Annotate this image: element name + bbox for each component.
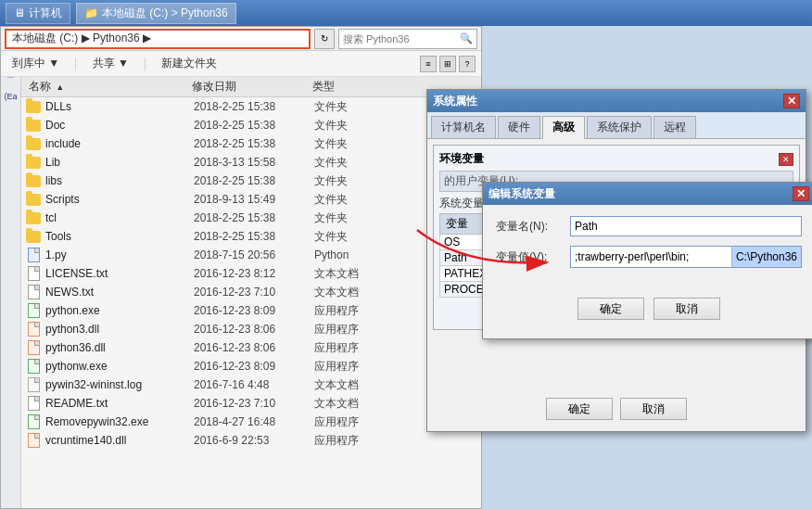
- table-row[interactable]: pythonw.exe 2016-12-23 8:09 应用程序: [21, 357, 481, 375]
- table-row[interactable]: vcruntime140.dll 2016-6-9 22:53 应用程序: [21, 431, 481, 450]
- refresh-button[interactable]: ↻: [314, 29, 335, 49]
- table-row[interactable]: python.exe 2016-12-23 8:09 应用程序: [21, 301, 481, 320]
- file-type: 应用程序: [314, 322, 407, 337]
- file-name: Doc: [45, 119, 194, 132]
- table-row[interactable]: libs 2018-2-25 15:38 文件夹: [21, 172, 481, 190]
- file-date: 2018-2-25 15:38: [194, 174, 314, 187]
- table-row[interactable]: Doc 2018-2-25 15:38 文件夹: [21, 116, 481, 134]
- view-grid-button[interactable]: ⊞: [439, 56, 456, 72]
- file-type: 文件夹: [314, 118, 407, 134]
- table-row[interactable]: README.txt 2016-12-23 7:10 文本文档: [21, 394, 481, 413]
- var-value-row: 变量值(V): C:\Python36: [496, 246, 802, 268]
- file-type: 文件夹: [314, 210, 407, 226]
- file-date: 2018-7-15 20:56: [194, 248, 314, 261]
- file-icon: [25, 414, 42, 429]
- table-row[interactable]: LICENSE.txt 2016-12-23 8:12 文本文档: [21, 264, 481, 283]
- var-value-label: 变量值(V):: [496, 249, 570, 265]
- view-list-button[interactable]: ≡: [420, 56, 437, 72]
- file-date: 2016-12-23 8:12: [194, 267, 314, 280]
- file-icon: [25, 322, 42, 337]
- file-type: 文本文档: [314, 396, 407, 412]
- env-close-button[interactable]: ✕: [779, 153, 793, 166]
- table-row[interactable]: NEWS.txt 2016-12-23 7:10 文本文档: [21, 283, 481, 301]
- taskbar-explorer[interactable]: 📁 本地磁盘 (C:) > Python36: [76, 3, 236, 24]
- computer-icon: 🖥: [14, 6, 25, 19]
- file-name: Tools: [45, 230, 194, 243]
- tab-advanced[interactable]: 高级: [542, 116, 585, 139]
- tab-computer-name[interactable]: 计算机名: [431, 116, 496, 138]
- file-date: 2018-4-27 16:48: [194, 415, 314, 428]
- edit-var-close-button[interactable]: ✕: [793, 186, 809, 201]
- search-input[interactable]: [343, 33, 460, 45]
- sysprop-close-button[interactable]: ✕: [783, 94, 800, 108]
- var-value-input[interactable]: [571, 247, 731, 267]
- var-value-highlighted: C:\Python36: [731, 247, 801, 267]
- file-date: 2018-2-25 15:38: [194, 137, 314, 150]
- file-icon: [25, 359, 42, 374]
- file-name: DLLs: [45, 100, 194, 113]
- file-icon: [25, 266, 42, 281]
- sysprop-bottom-buttons: 确定 取消: [427, 390, 806, 427]
- share-button[interactable]: 共享 ▼: [87, 54, 134, 73]
- file-date: 2016-7-16 4:48: [194, 378, 314, 391]
- header-type: 类型: [312, 79, 405, 95]
- file-date: 2016-6-9 22:53: [194, 434, 314, 447]
- var-name-label: 变量名(N):: [496, 219, 570, 235]
- file-name: Removepywin32.exe: [45, 415, 194, 428]
- table-row[interactable]: Scripts 2018-9-13 15:49 文件夹: [21, 190, 481, 209]
- tab-remote[interactable]: 远程: [653, 116, 696, 138]
- help-button[interactable]: ?: [459, 56, 476, 72]
- file-list-header: 名称 ▲ 修改日期 类型: [21, 77, 481, 97]
- table-row[interactable]: pywin32-wininst.log 2016-7-16 4:48 文本文档: [21, 375, 481, 394]
- main-content: 计算机 位置 (Ea 名称 ▲ 修改日期 类型: [1, 77, 481, 508]
- table-row[interactable]: python3.dll 2016-12-23 8:06 应用程序: [21, 320, 481, 338]
- table-row[interactable]: Removepywin32.exe 2018-4-27 16:48 应用程序: [21, 413, 481, 431]
- edit-var-titlebar: 编辑系统变量 ✕: [483, 183, 812, 205]
- sysprop-cancel-button[interactable]: 取消: [620, 398, 687, 420]
- file-type: 应用程序: [314, 340, 407, 356]
- file-name: LICENSE.txt: [45, 267, 194, 280]
- var-value-container: C:\Python36: [570, 246, 802, 268]
- file-name: libs: [45, 174, 194, 187]
- edit-var-cancel-button[interactable]: 取消: [653, 298, 720, 320]
- file-name: python36.dll: [45, 341, 194, 354]
- sysprop-ok-button[interactable]: 确定: [546, 398, 613, 420]
- env-title: 环境变量: [439, 151, 484, 167]
- file-date: 2018-2-25 15:38: [194, 119, 314, 132]
- table-row[interactable]: DLLs 2018-2-25 15:38 文件夹: [21, 97, 481, 116]
- file-name: README.txt: [45, 397, 194, 410]
- file-icon: [25, 155, 42, 170]
- edit-var-title: 编辑系统变量: [488, 186, 555, 202]
- file-name: pythonw.exe: [45, 360, 194, 373]
- address-path[interactable]: 本地磁盘 (C:) ▶ Python36 ▶: [5, 29, 311, 49]
- file-date: 2016-12-23 8:06: [194, 323, 314, 336]
- tab-system-protection[interactable]: 系统保护: [587, 116, 652, 138]
- env-header: 环境变量 ✕: [439, 151, 793, 167]
- file-area: 名称 ▲ 修改日期 类型 DLLs 2018-2-25 15:38 文件夹 Do…: [21, 77, 481, 508]
- file-name: pywin32-wininst.log: [45, 378, 194, 391]
- edit-var-ok-button[interactable]: 确定: [577, 298, 644, 320]
- file-date: 2016-12-23 8:09: [194, 360, 314, 373]
- table-row[interactable]: 1.py 2018-7-15 20:56 Python: [21, 246, 481, 264]
- search-box[interactable]: 🔍: [338, 29, 477, 49]
- file-name: python3.dll: [45, 323, 194, 336]
- path-text: 本地磁盘 (C:) ▶ Python36 ▶: [12, 31, 151, 46]
- var-name-input[interactable]: [570, 216, 802, 236]
- table-row[interactable]: include 2018-2-25 15:38 文件夹: [21, 134, 481, 153]
- taskbar-computer[interactable]: 🖥 计算机: [6, 3, 70, 24]
- nav-ea[interactable]: (Ea: [4, 92, 17, 101]
- file-icon: [25, 396, 42, 411]
- file-name: python.exe: [45, 304, 194, 317]
- table-row[interactable]: Lib 2018-3-13 15:58 文件夹: [21, 153, 481, 172]
- table-row[interactable]: python36.dll 2016-12-23 8:06 应用程序: [21, 338, 481, 357]
- tab-hardware[interactable]: 硬件: [498, 116, 540, 138]
- file-name: Lib: [45, 156, 194, 169]
- new-folder-button[interactable]: 新建文件夹: [156, 54, 222, 73]
- file-name: include: [45, 137, 194, 150]
- file-icon: [25, 285, 42, 299]
- file-name: Scripts: [45, 193, 194, 206]
- table-row[interactable]: Tools 2018-2-25 15:38 文件夹: [21, 227, 481, 246]
- library-button[interactable]: 到库中 ▼: [6, 54, 65, 73]
- table-row[interactable]: tcl 2018-2-25 15:38 文件夹: [21, 209, 481, 227]
- sysprop-titlebar: 系统属性 ✕: [427, 90, 806, 112]
